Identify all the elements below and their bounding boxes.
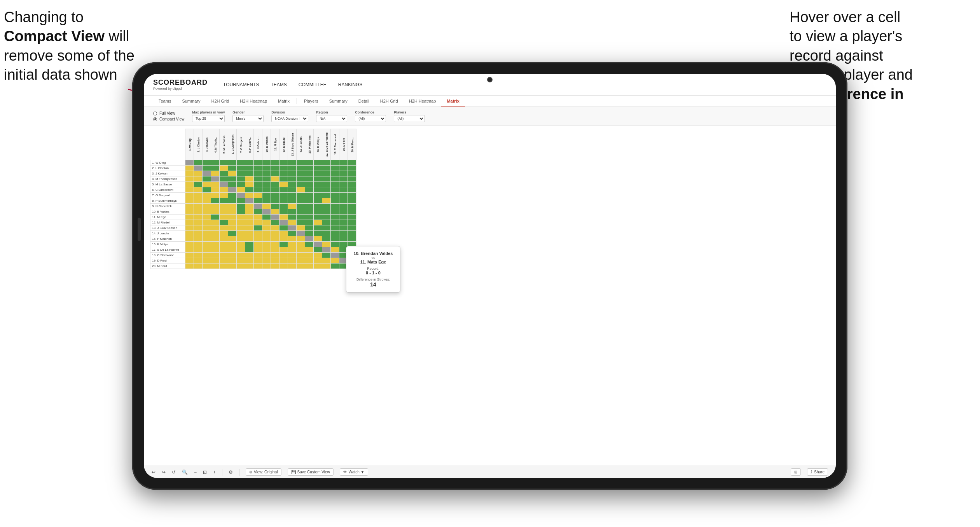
matrix-cell[interactable]	[194, 264, 203, 269]
matrix-cell[interactable]	[297, 176, 305, 182]
matrix-cell[interactable]	[245, 236, 254, 242]
matrix-cell[interactable]	[331, 204, 339, 209]
matrix-cell[interactable]	[305, 160, 314, 166]
matrix-cell[interactable]	[220, 187, 228, 193]
matrix-cell[interactable]	[331, 182, 339, 187]
matrix-cell[interactable]	[220, 193, 228, 198]
matrix-cell[interactable]	[322, 182, 331, 187]
matrix-cell[interactable]	[271, 171, 280, 176]
matrix-cell[interactable]	[280, 231, 288, 236]
matrix-cell[interactable]	[203, 171, 211, 176]
matrix-cell[interactable]	[305, 187, 314, 193]
matrix-cell[interactable]	[220, 247, 228, 253]
tab-summary-inner[interactable]: Summary	[324, 96, 353, 107]
matrix-cell[interactable]	[194, 193, 203, 198]
matrix-cell[interactable]	[203, 187, 211, 193]
filter-division-select[interactable]: NCAA Division I	[271, 115, 308, 122]
matrix-cell[interactable]	[305, 198, 314, 204]
matrix-cell[interactable]	[237, 258, 245, 264]
matrix-cell[interactable]	[220, 215, 228, 220]
matrix-cell[interactable]	[314, 166, 322, 171]
matrix-cell[interactable]	[203, 204, 211, 209]
matrix-cell[interactable]	[280, 204, 288, 209]
zoom-in-icon[interactable]: +	[213, 469, 216, 475]
nav-tournaments[interactable]: TOURNAMENTS	[223, 80, 259, 89]
matrix-cell[interactable]	[271, 236, 280, 242]
matrix-cell[interactable]	[194, 198, 203, 204]
matrix-cell[interactable]	[280, 198, 288, 204]
matrix-cell[interactable]	[262, 215, 271, 220]
matrix-cell[interactable]	[288, 193, 297, 198]
matrix-cell[interactable]	[220, 264, 228, 269]
matrix-cell[interactable]	[280, 160, 288, 166]
matrix-cell[interactable]	[228, 258, 237, 264]
matrix-cell[interactable]	[331, 176, 339, 182]
matrix-cell[interactable]	[262, 198, 271, 204]
matrix-cell[interactable]	[194, 176, 203, 182]
matrix-cell[interactable]	[185, 193, 194, 198]
matrix-cell[interactable]	[322, 225, 331, 231]
matrix-cell[interactable]	[228, 160, 237, 166]
tab-summary-outer[interactable]: Summary	[176, 96, 206, 107]
matrix-cell[interactable]	[297, 187, 305, 193]
matrix-cell[interactable]	[228, 231, 237, 236]
matrix-cell[interactable]	[305, 182, 314, 187]
matrix-cell[interactable]	[237, 166, 245, 171]
matrix-cell[interactable]	[280, 253, 288, 258]
matrix-cell[interactable]	[185, 171, 194, 176]
matrix-cell[interactable]	[245, 160, 254, 166]
matrix-cell[interactable]	[331, 236, 339, 242]
matrix-cell[interactable]	[245, 253, 254, 258]
matrix-cell[interactable]	[262, 166, 271, 171]
matrix-cell[interactable]	[203, 176, 211, 182]
matrix-cell[interactable]	[185, 204, 194, 209]
matrix-cell[interactable]	[245, 182, 254, 187]
matrix-cell[interactable]	[305, 264, 314, 269]
matrix-cell[interactable]	[185, 160, 194, 166]
tab-players[interactable]: Players	[299, 96, 324, 107]
matrix-cell[interactable]	[254, 258, 262, 264]
matrix-cell[interactable]	[305, 220, 314, 225]
matrix-cell[interactable]	[245, 204, 254, 209]
matrix-cell[interactable]	[228, 215, 237, 220]
matrix-cell[interactable]	[271, 264, 280, 269]
matrix-cell[interactable]	[262, 236, 271, 242]
matrix-cell[interactable]	[288, 242, 297, 247]
matrix-cell[interactable]	[339, 198, 348, 204]
matrix-cell[interactable]	[220, 231, 228, 236]
matrix-cell[interactable]	[314, 225, 322, 231]
matrix-cell[interactable]	[348, 204, 356, 209]
matrix-cell[interactable]	[262, 171, 271, 176]
matrix-cell[interactable]	[237, 253, 245, 258]
matrix-cell[interactable]	[194, 247, 203, 253]
matrix-cell[interactable]	[322, 187, 331, 193]
matrix-cell[interactable]	[237, 193, 245, 198]
matrix-cell[interactable]	[194, 253, 203, 258]
tab-detail[interactable]: Detail	[353, 96, 375, 107]
matrix-cell[interactable]	[339, 176, 348, 182]
matrix-cell[interactable]	[322, 209, 331, 215]
matrix-cell[interactable]	[288, 160, 297, 166]
matrix-cell[interactable]	[280, 264, 288, 269]
matrix-cell[interactable]	[254, 242, 262, 247]
matrix-cell[interactable]	[211, 176, 220, 182]
matrix-cell[interactable]	[305, 215, 314, 220]
matrix-cell[interactable]	[245, 187, 254, 193]
matrix-cell[interactable]	[314, 264, 322, 269]
matrix-cell[interactable]	[297, 236, 305, 242]
matrix-cell[interactable]	[280, 220, 288, 225]
matrix-cell[interactable]	[280, 171, 288, 176]
matrix-cell[interactable]	[271, 247, 280, 253]
matrix-cell[interactable]	[322, 231, 331, 236]
matrix-cell[interactable]	[203, 220, 211, 225]
matrix-cell[interactable]	[228, 264, 237, 269]
matrix-cell[interactable]	[305, 253, 314, 258]
matrix-cell[interactable]	[322, 247, 331, 253]
matrix-cell[interactable]	[314, 236, 322, 242]
nav-teams[interactable]: TEAMS	[271, 80, 286, 89]
matrix-cell[interactable]	[339, 204, 348, 209]
matrix-cell[interactable]	[271, 166, 280, 171]
matrix-cell[interactable]	[288, 182, 297, 187]
matrix-cell[interactable]	[331, 247, 339, 253]
matrix-cell[interactable]	[228, 220, 237, 225]
